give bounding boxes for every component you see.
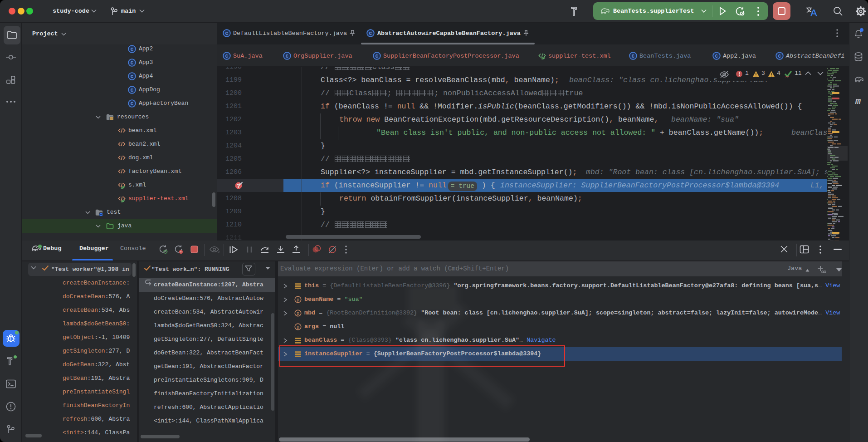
svg-text:C: C xyxy=(715,54,718,59)
svg-text:C: C xyxy=(131,101,134,107)
svg-text:C: C xyxy=(632,54,635,59)
svg-text:C: C xyxy=(286,54,289,59)
svg-text:C: C xyxy=(131,60,134,66)
svg-text:C: C xyxy=(131,47,134,52)
svg-text:C: C xyxy=(375,54,379,59)
svg-text:C: C xyxy=(131,88,134,93)
svg-text:C: C xyxy=(778,54,781,59)
svg-text:C: C xyxy=(369,31,372,36)
svg-text:C: C xyxy=(131,74,134,79)
svg-text:C: C xyxy=(225,54,229,59)
svg-text:C: C xyxy=(225,31,229,36)
